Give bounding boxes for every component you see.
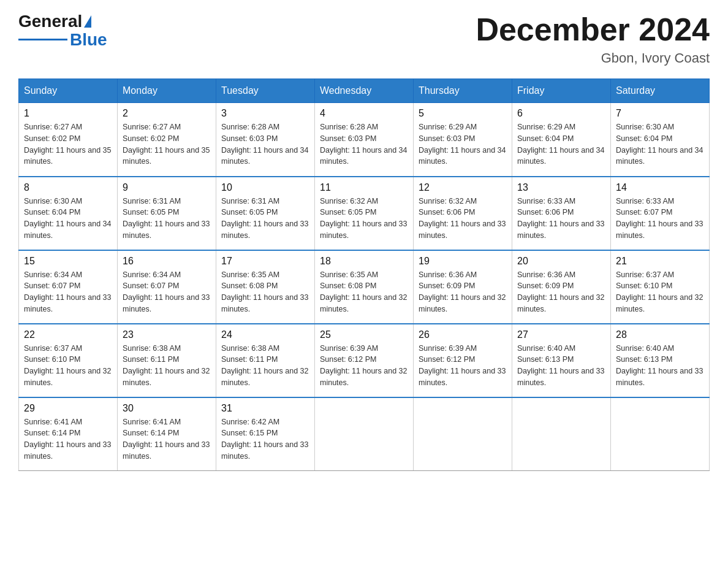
logo-general-text: General — [18, 12, 91, 31]
day-number: 19 — [419, 256, 507, 267]
header-row: Sunday Monday Tuesday Wednesday Thursday… — [19, 79, 710, 103]
day-info: Sunrise: 6:41 AM Sunset: 6:14 PM Dayligh… — [123, 416, 211, 462]
day-number: 1 — [24, 108, 112, 119]
table-row — [611, 397, 710, 471]
table-row: 2 Sunrise: 6:27 AM Sunset: 6:02 PM Dayli… — [118, 103, 216, 177]
table-row — [315, 397, 414, 471]
table-row: 27 Sunrise: 6:40 AM Sunset: 6:13 PM Dayl… — [512, 324, 611, 397]
table-row: 19 Sunrise: 6:36 AM Sunset: 6:09 PM Dayl… — [414, 250, 512, 324]
day-number: 25 — [320, 329, 408, 340]
day-info: Sunrise: 6:41 AM Sunset: 6:14 PM Dayligh… — [24, 416, 112, 462]
col-saturday: Saturday — [611, 79, 710, 103]
calendar-week-row: 1 Sunrise: 6:27 AM Sunset: 6:02 PM Dayli… — [19, 103, 710, 177]
day-number: 7 — [616, 108, 704, 119]
day-info: Sunrise: 6:34 AM Sunset: 6:07 PM Dayligh… — [123, 269, 211, 315]
day-info: Sunrise: 6:28 AM Sunset: 6:03 PM Dayligh… — [320, 121, 408, 167]
day-number: 16 — [123, 256, 211, 267]
col-wednesday: Wednesday — [315, 79, 414, 103]
day-number: 10 — [221, 182, 309, 193]
month-title: December 2024 — [476, 12, 710, 47]
table-row: 10 Sunrise: 6:31 AM Sunset: 6:05 PM Dayl… — [216, 177, 315, 250]
day-info: Sunrise: 6:35 AM Sunset: 6:08 PM Dayligh… — [221, 269, 309, 315]
day-number: 4 — [320, 108, 408, 119]
calendar-week-row: 8 Sunrise: 6:30 AM Sunset: 6:04 PM Dayli… — [19, 177, 710, 250]
day-number: 29 — [24, 403, 112, 414]
day-info: Sunrise: 6:37 AM Sunset: 6:10 PM Dayligh… — [616, 269, 704, 315]
day-info: Sunrise: 6:32 AM Sunset: 6:06 PM Dayligh… — [419, 196, 507, 242]
table-row: 5 Sunrise: 6:29 AM Sunset: 6:03 PM Dayli… — [414, 103, 512, 177]
day-number: 30 — [123, 403, 211, 414]
table-row: 12 Sunrise: 6:32 AM Sunset: 6:06 PM Dayl… — [414, 177, 512, 250]
col-sunday: Sunday — [19, 79, 118, 103]
day-number: 3 — [221, 108, 309, 119]
day-number: 31 — [221, 403, 309, 414]
table-row: 11 Sunrise: 6:32 AM Sunset: 6:05 PM Dayl… — [315, 177, 414, 250]
day-number: 21 — [616, 256, 704, 267]
day-number: 13 — [517, 182, 605, 193]
table-row: 7 Sunrise: 6:30 AM Sunset: 6:04 PM Dayli… — [611, 103, 710, 177]
day-number: 20 — [517, 256, 605, 267]
col-monday: Monday — [118, 79, 216, 103]
day-info: Sunrise: 6:33 AM Sunset: 6:06 PM Dayligh… — [517, 196, 605, 242]
day-number: 6 — [517, 108, 605, 119]
day-number: 17 — [221, 256, 309, 267]
day-info: Sunrise: 6:30 AM Sunset: 6:04 PM Dayligh… — [24, 196, 112, 242]
day-info: Sunrise: 6:27 AM Sunset: 6:02 PM Dayligh… — [24, 121, 112, 167]
table-row: 3 Sunrise: 6:28 AM Sunset: 6:03 PM Dayli… — [216, 103, 315, 177]
day-number: 9 — [123, 182, 211, 193]
day-number: 11 — [320, 182, 408, 193]
day-info: Sunrise: 6:33 AM Sunset: 6:07 PM Dayligh… — [616, 196, 704, 242]
day-info: Sunrise: 6:40 AM Sunset: 6:13 PM Dayligh… — [616, 343, 704, 389]
day-info: Sunrise: 6:39 AM Sunset: 6:12 PM Dayligh… — [320, 343, 408, 389]
table-row: 18 Sunrise: 6:35 AM Sunset: 6:08 PM Dayl… — [315, 250, 414, 324]
day-info: Sunrise: 6:30 AM Sunset: 6:04 PM Dayligh… — [616, 121, 704, 167]
col-friday: Friday — [512, 79, 611, 103]
table-row: 24 Sunrise: 6:38 AM Sunset: 6:11 PM Dayl… — [216, 324, 315, 397]
day-number: 12 — [419, 182, 507, 193]
day-info: Sunrise: 6:27 AM Sunset: 6:02 PM Dayligh… — [123, 121, 211, 167]
day-number: 23 — [123, 329, 211, 340]
col-thursday: Thursday — [414, 79, 512, 103]
day-info: Sunrise: 6:42 AM Sunset: 6:15 PM Dayligh… — [221, 416, 309, 462]
title-section: December 2024 Gbon, Ivory Coast — [476, 12, 710, 66]
day-info: Sunrise: 6:40 AM Sunset: 6:13 PM Dayligh… — [517, 343, 605, 389]
day-info: Sunrise: 6:38 AM Sunset: 6:11 PM Dayligh… — [123, 343, 211, 389]
page-header: General Blue December 2024 Gbon, Ivory C… — [18, 12, 710, 66]
table-row: 16 Sunrise: 6:34 AM Sunset: 6:07 PM Dayl… — [118, 250, 216, 324]
location: Gbon, Ivory Coast — [476, 50, 710, 66]
table-row: 30 Sunrise: 6:41 AM Sunset: 6:14 PM Dayl… — [118, 397, 216, 471]
logo-blue-text: Blue — [70, 30, 107, 50]
day-info: Sunrise: 6:34 AM Sunset: 6:07 PM Dayligh… — [24, 269, 112, 315]
table-row: 1 Sunrise: 6:27 AM Sunset: 6:02 PM Dayli… — [19, 103, 118, 177]
day-number: 27 — [517, 329, 605, 340]
day-info: Sunrise: 6:28 AM Sunset: 6:03 PM Dayligh… — [221, 121, 309, 167]
day-info: Sunrise: 6:36 AM Sunset: 6:09 PM Dayligh… — [517, 269, 605, 315]
day-info: Sunrise: 6:31 AM Sunset: 6:05 PM Dayligh… — [221, 196, 309, 242]
day-number: 18 — [320, 256, 408, 267]
table-row: 17 Sunrise: 6:35 AM Sunset: 6:08 PM Dayl… — [216, 250, 315, 324]
table-row: 28 Sunrise: 6:40 AM Sunset: 6:13 PM Dayl… — [611, 324, 710, 397]
table-row — [414, 397, 512, 471]
table-row: 22 Sunrise: 6:37 AM Sunset: 6:10 PM Dayl… — [19, 324, 118, 397]
table-row: 23 Sunrise: 6:38 AM Sunset: 6:11 PM Dayl… — [118, 324, 216, 397]
day-info: Sunrise: 6:29 AM Sunset: 6:03 PM Dayligh… — [419, 121, 507, 167]
calendar-week-row: 22 Sunrise: 6:37 AM Sunset: 6:10 PM Dayl… — [19, 324, 710, 397]
day-info: Sunrise: 6:32 AM Sunset: 6:05 PM Dayligh… — [320, 196, 408, 242]
table-row: 14 Sunrise: 6:33 AM Sunset: 6:07 PM Dayl… — [611, 177, 710, 250]
day-info: Sunrise: 6:35 AM Sunset: 6:08 PM Dayligh… — [320, 269, 408, 315]
table-row: 29 Sunrise: 6:41 AM Sunset: 6:14 PM Dayl… — [19, 397, 118, 471]
day-info: Sunrise: 6:31 AM Sunset: 6:05 PM Dayligh… — [123, 196, 211, 242]
table-row: 8 Sunrise: 6:30 AM Sunset: 6:04 PM Dayli… — [19, 177, 118, 250]
day-number: 28 — [616, 329, 704, 340]
calendar-week-row: 29 Sunrise: 6:41 AM Sunset: 6:14 PM Dayl… — [19, 397, 710, 471]
day-number: 26 — [419, 329, 507, 340]
col-tuesday: Tuesday — [216, 79, 315, 103]
day-info: Sunrise: 6:29 AM Sunset: 6:04 PM Dayligh… — [517, 121, 605, 167]
table-row: 4 Sunrise: 6:28 AM Sunset: 6:03 PM Dayli… — [315, 103, 414, 177]
table-row: 25 Sunrise: 6:39 AM Sunset: 6:12 PM Dayl… — [315, 324, 414, 397]
day-info: Sunrise: 6:37 AM Sunset: 6:10 PM Dayligh… — [24, 343, 112, 389]
table-row — [512, 397, 611, 471]
table-row: 6 Sunrise: 6:29 AM Sunset: 6:04 PM Dayli… — [512, 103, 611, 177]
table-row: 15 Sunrise: 6:34 AM Sunset: 6:07 PM Dayl… — [19, 250, 118, 324]
logo: General Blue — [18, 12, 107, 50]
